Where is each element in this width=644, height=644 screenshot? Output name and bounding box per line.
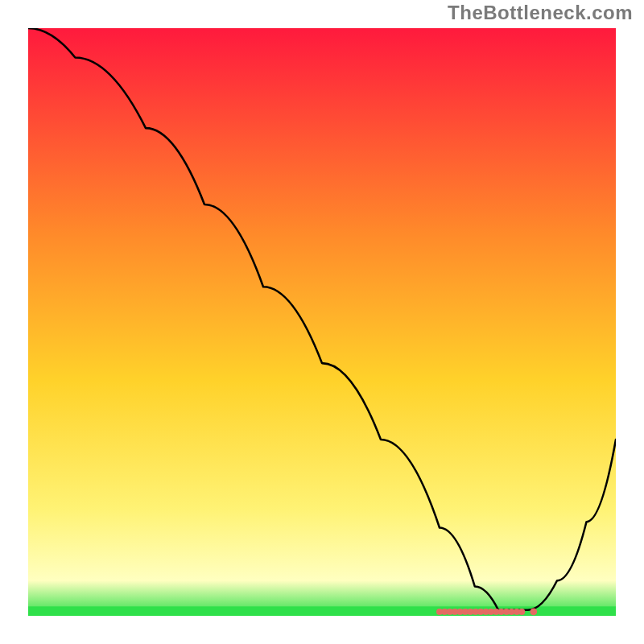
gradient-background [28, 28, 616, 616]
watermark-text: TheBottleneck.com [448, 2, 633, 24]
chart-svg [28, 28, 616, 616]
chart-frame: TheBottleneck.com [0, 0, 644, 644]
highlight-range-markers [436, 609, 537, 616]
highlight-dot [530, 609, 537, 616]
green-zone-band [28, 606, 616, 616]
chart-plot-area [28, 28, 616, 616]
highlight-dot [518, 609, 525, 615]
